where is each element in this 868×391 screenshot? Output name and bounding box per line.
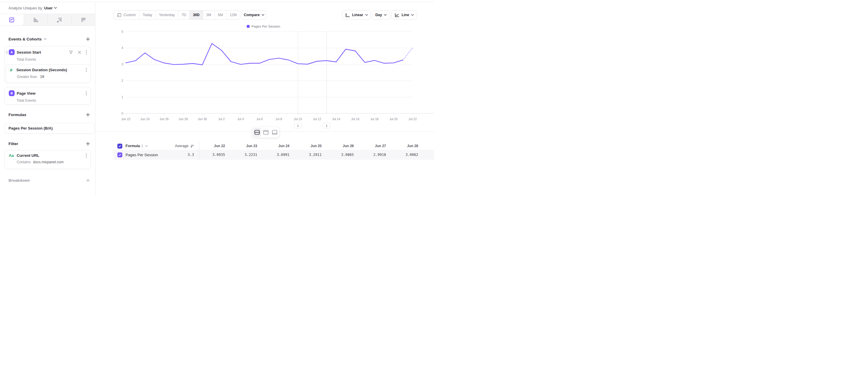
scale-dropdown[interactable]: Linear: [342, 10, 371, 20]
column-header[interactable]: Jun 25: [293, 144, 325, 148]
tab-bar-chart[interactable]: [24, 14, 48, 26]
event-card-session-start[interactable]: A Session Start Total Events # Session D…: [4, 46, 91, 83]
drag-handle-icon[interactable]: [6, 50, 8, 54]
tab-insights[interactable]: [0, 14, 24, 26]
add-breakdown-button[interactable]: [86, 178, 90, 183]
compare-button[interactable]: Compare: [242, 10, 266, 20]
cell-value: 3.6991: [261, 153, 293, 157]
filter-event-button[interactable]: [69, 50, 73, 55]
filter-property-name[interactable]: Current URL: [17, 153, 39, 158]
column-header[interactable]: Jun 28: [390, 144, 422, 148]
tab-flows[interactable]: [48, 14, 71, 26]
filter-section-title: Filter: [8, 142, 18, 146]
event-menu-button[interactable]: [86, 91, 87, 95]
x-tick-label: Jul 2: [218, 117, 225, 121]
axis-icon: [345, 12, 350, 18]
series-line-incomplete: [403, 48, 413, 60]
chevron-down-icon: [411, 14, 414, 16]
property-card-session-duration[interactable]: # Session Duration (Seconds) Greater tha…: [6, 64, 91, 83]
range-12m[interactable]: 12M: [226, 10, 240, 19]
tab-retention[interactable]: [71, 14, 95, 26]
event-card-page-view[interactable]: B Page View Total Events: [4, 87, 91, 105]
chevron-down-icon: [365, 14, 368, 16]
event-name[interactable]: Page View: [17, 91, 35, 95]
analyze-by-dropdown[interactable]: User: [44, 6, 57, 10]
x-tick-label: Jul 10: [294, 117, 302, 121]
y-tick-label: 3: [121, 62, 123, 66]
date-column-values: 3.09353.22313.69913.29113.08652.99183.00…: [199, 150, 434, 160]
event-aggregation[interactable]: Total Events: [17, 99, 90, 103]
column-header[interactable]: Jun 24: [261, 144, 293, 148]
filter-card-current-url[interactable]: Aa Current URL Contains docs.mixpanel.co…: [4, 150, 91, 169]
filter-operator[interactable]: Contains: [17, 160, 31, 164]
kebab-icon: [86, 91, 87, 95]
remove-event-button[interactable]: [78, 50, 81, 54]
chevron-down-icon: [54, 7, 57, 9]
annotation-badge[interactable]: 1: [323, 123, 331, 129]
filter-value[interactable]: docs.mixpanel.com: [33, 160, 63, 164]
average-header[interactable]: Average: [175, 144, 188, 148]
column-header[interactable]: Jun 23: [228, 144, 261, 148]
filter-section-header: Filter: [8, 141, 90, 146]
query-builder-sidebar: Analyze Uniques by User Events & Cohorts…: [0, 2, 95, 196]
x-tick-label: Jun 26: [159, 117, 169, 121]
range-yesterday[interactable]: Yesterday: [155, 10, 178, 19]
chart-only-icon: [263, 130, 269, 135]
property-operator[interactable]: Greater than: [17, 75, 37, 79]
breakdown-section-header: Breakdown: [8, 177, 90, 183]
range-custom[interactable]: Custom: [114, 10, 139, 19]
range-7d[interactable]: 7D: [178, 10, 189, 19]
add-formula-button[interactable]: [86, 113, 90, 117]
sort-descending-icon[interactable]: [190, 144, 194, 148]
range-30d[interactable]: 30D: [189, 10, 203, 19]
calendar-icon: [117, 13, 121, 17]
formulas-section-title: Formulas: [8, 113, 26, 117]
column-header[interactable]: Jun 26: [325, 144, 357, 148]
kebab-icon: [86, 153, 87, 158]
annotation-badge[interactable]: 1: [294, 123, 302, 129]
event-name[interactable]: Session Start: [17, 50, 41, 55]
filter-menu-button[interactable]: [86, 153, 87, 158]
event-aggregation[interactable]: Total Events: [17, 57, 90, 61]
y-tick-label: 1: [121, 95, 123, 99]
select-all-checkbox[interactable]: [117, 144, 122, 148]
property-value[interactable]: 10: [40, 75, 44, 79]
column-header[interactable]: Jun 29: [422, 144, 434, 148]
x-tick-label: Jul 18: [370, 117, 378, 121]
y-tick-label: 5: [121, 30, 123, 33]
toggle-split-view[interactable]: [253, 128, 261, 137]
formula-expression[interactable]: Pages Per Session (B/A): [8, 126, 53, 131]
property-menu-button[interactable]: [86, 68, 87, 72]
cell-value: 3.0865: [325, 153, 357, 157]
formula-card[interactable]: Pages Per Session (B/A): [4, 123, 95, 134]
column-header[interactable]: Jun 22: [199, 144, 228, 148]
y-tick-label: 0: [121, 112, 123, 115]
chart-type-dropdown[interactable]: Line: [391, 10, 417, 20]
property-name[interactable]: Session Duration (Seconds): [17, 68, 67, 72]
range-6m[interactable]: 6M: [215, 10, 226, 19]
add-filter-button[interactable]: [86, 142, 90, 146]
toggle-chart-only[interactable]: [261, 128, 270, 137]
average-value: 3.3: [188, 153, 194, 157]
funnel-icon: [69, 50, 73, 55]
line-chart[interactable]: 012345Jun 22Jun 24Jun 26Jun 28Jun 30Jul …: [95, 21, 434, 131]
event-menu-button[interactable]: [86, 50, 87, 55]
range-3m[interactable]: 3M: [203, 10, 215, 19]
x-tick-label: Jul 12: [313, 117, 321, 121]
interval-dropdown[interactable]: Day: [372, 10, 390, 20]
cell-value: 3.2911: [293, 153, 325, 157]
x-tick-label: Jun 28: [179, 117, 188, 121]
range-today[interactable]: Today: [139, 10, 155, 19]
add-event-button[interactable]: [86, 37, 90, 41]
analyze-header: Analyze Uniques by User: [0, 2, 95, 14]
table-header-row: Formula 1 Average Jun 22Jun 23Jun 24Jun …: [114, 142, 434, 150]
column-header[interactable]: Jun 27: [357, 144, 390, 148]
toggle-table-only[interactable]: [271, 128, 279, 137]
row-checkbox[interactable]: [117, 152, 122, 158]
events-section-title[interactable]: Events & Cohorts: [8, 37, 46, 41]
chevron-down-icon: [261, 14, 264, 16]
y-tick-label: 4: [121, 46, 123, 50]
events-section-header: Events & Cohorts: [8, 36, 90, 42]
table-data-row[interactable]: Pages Per Session 3.3 3.09353.22313.6991…: [114, 150, 434, 160]
group-header-dropdown[interactable]: Formula 1: [126, 144, 148, 148]
